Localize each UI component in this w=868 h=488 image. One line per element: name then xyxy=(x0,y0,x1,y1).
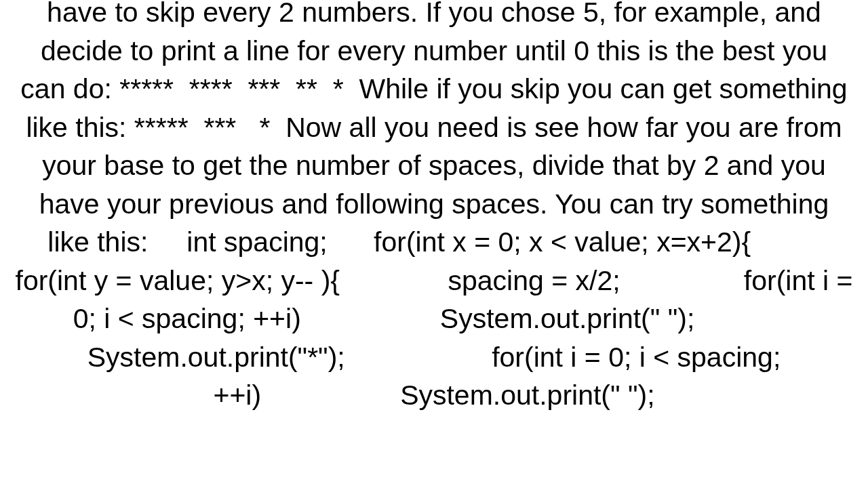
document-page: have to skip every 2 numbers. If you cho… xyxy=(0,0,868,488)
body-text: have to skip every 2 numbers. If you cho… xyxy=(15,0,853,415)
